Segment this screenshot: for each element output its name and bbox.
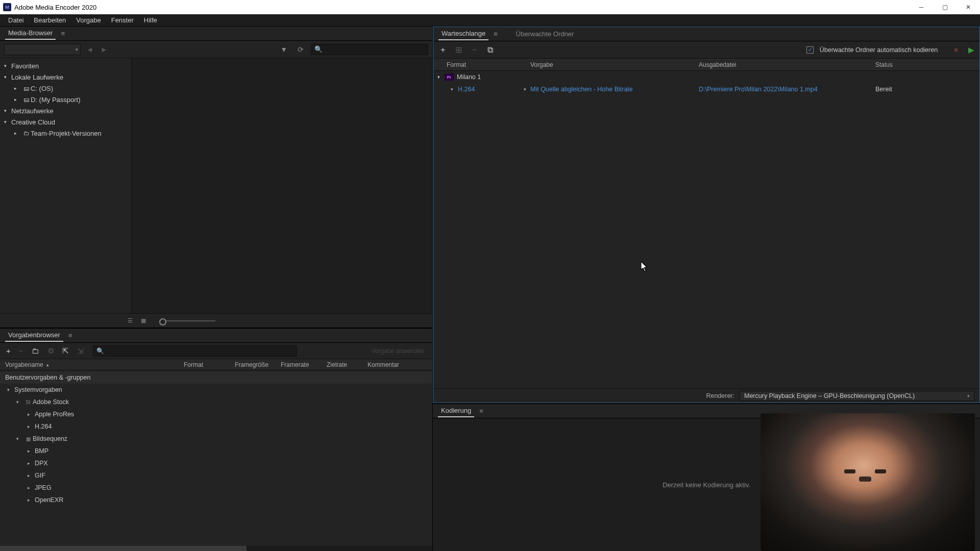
col-preset[interactable]: Vorgabe: [530, 61, 699, 68]
title-bar: M Adobe Media Encoder 2020 ─ ▢ ✕: [0, 0, 980, 14]
auto-encode-label: Überwachte Ordner automatisch kodieren: [820, 46, 938, 54]
start-queue-icon[interactable]: ▶: [968, 45, 974, 55]
col-framerate[interactable]: Framerate: [276, 361, 322, 368]
col-status[interactable]: Status: [875, 61, 979, 68]
folder-icon: 🗀: [21, 130, 31, 136]
imageseq-icon: ▦: [23, 436, 33, 442]
preset-h264[interactable]: ▸H.264: [0, 420, 432, 433]
filter-icon[interactable]: ▼: [277, 45, 290, 54]
media-search-input[interactable]: 🔍: [311, 44, 428, 55]
drive-icon: 🖴: [21, 85, 31, 91]
maximize-button[interactable]: ▢: [933, 0, 957, 14]
queue-panel: Warteschlange ≡ Überwachte Ordner + ⊞ − …: [433, 27, 980, 403]
thumbnail-size-slider[interactable]: [159, 320, 215, 321]
path-dropdown[interactable]: ▾: [4, 44, 81, 55]
renderer-select[interactable]: Mercury Playback Engine – GPU-Beschleuni…: [740, 391, 974, 401]
preset-group-system[interactable]: ▾Systemvorgaben: [0, 384, 432, 396]
menu-help[interactable]: Hilfe: [139, 15, 162, 26]
premiere-icon: Pr: [445, 73, 454, 81]
preset-jpeg[interactable]: ▸JPEG: [0, 482, 432, 494]
col-framesize[interactable]: Framegröße: [230, 361, 276, 368]
add-preset-icon[interactable]: +: [4, 346, 13, 355]
remove-preset-icon[interactable]: −: [17, 346, 26, 355]
preset-cat-adobe-stock[interactable]: ▾StAdobe Stock: [0, 396, 432, 408]
col-format[interactable]: Format: [179, 361, 230, 368]
format-dropdown-icon[interactable]: ▾: [524, 87, 526, 92]
tree-team-projects[interactable]: ▸🗀Team-Projekt-Versionen: [0, 128, 131, 139]
chevron-down-icon: ▾: [451, 87, 458, 92]
add-source-icon[interactable]: +: [438, 45, 447, 55]
webcam-overlay: [761, 413, 975, 551]
auto-encode-checkbox[interactable]: ✓: [806, 46, 814, 54]
search-icon: 🔍: [96, 347, 104, 355]
nav-forward-icon[interactable]: ►: [99, 45, 109, 54]
tree-local-drives[interactable]: ▾Lokale Laufwerke: [0, 71, 131, 83]
preset-cat-image-seq[interactable]: ▾▦Bildsequenz: [0, 433, 432, 445]
preset-search-input[interactable]: 🔍: [93, 345, 297, 357]
col-comment[interactable]: Kommentar: [362, 361, 432, 368]
preset-apple-prores[interactable]: ▸Apple ProRes: [0, 408, 432, 420]
menu-edit[interactable]: Bearbeiten: [29, 15, 71, 26]
nav-back-icon[interactable]: ◄: [85, 45, 95, 54]
thumb-view-icon[interactable]: ▦: [141, 317, 150, 324]
drive-icon: 🖴: [21, 96, 31, 103]
menu-preset[interactable]: Vorgabe: [71, 15, 106, 26]
preset-gif[interactable]: ▸GIF: [0, 469, 432, 482]
add-output-icon[interactable]: ⊞: [453, 45, 464, 55]
preset-group-user[interactable]: Benutzervorgaben & -gruppen: [0, 371, 432, 384]
media-content-area: [132, 58, 432, 313]
output-format[interactable]: H.264: [458, 86, 524, 93]
tree-drive-d[interactable]: ▸🖴D: (My Passport): [0, 94, 131, 105]
preset-browser-tab[interactable]: Vorgabenbrowser: [5, 329, 63, 342]
tree-creative-cloud[interactable]: ▾Creative Cloud: [0, 116, 131, 128]
list-view-icon[interactable]: ☰: [128, 317, 137, 324]
watch-folders-tab[interactable]: Überwachte Ordner: [513, 28, 577, 40]
preset-browser-panel: Vorgabenbrowser ≡ + − 🗀 ⚙ ⇱ ⇲ 🔍 Vorgabe …: [0, 328, 432, 551]
search-icon: 🔍: [314, 45, 323, 53]
chevron-down-icon: ▾: [437, 74, 445, 80]
output-file[interactable]: D:\Premiere Pro\Milan 2022\Milano 1.mp4: [699, 86, 875, 93]
col-preset-name[interactable]: Vorgabename▴: [0, 361, 179, 368]
stock-icon: St: [23, 399, 33, 405]
tree-drive-c[interactable]: ▸🖴C: (OS): [0, 83, 131, 94]
apply-preset-button[interactable]: Vorgabe anwenden: [368, 346, 428, 356]
minimize-button[interactable]: ─: [910, 0, 933, 14]
remove-icon[interactable]: −: [470, 45, 479, 55]
col-bitrate[interactable]: Zielrate: [322, 361, 362, 368]
media-browser-tab[interactable]: Media-Browser: [5, 27, 56, 40]
col-output[interactable]: Ausgabedatei: [699, 61, 875, 68]
duplicate-icon[interactable]: ⧉: [485, 45, 495, 55]
chevron-down-icon: ▾: [967, 393, 970, 398]
job-name: Milano 1: [457, 73, 481, 81]
encoding-idle-text: Derzeit keine Kodierung aktiv.: [663, 481, 750, 489]
menu-window[interactable]: Fenster: [106, 15, 139, 26]
output-preset[interactable]: Mit Quelle abgleichen - Hohe Bitrate: [530, 86, 699, 93]
tree-network[interactable]: ▾Netzlaufwerke: [0, 105, 131, 116]
col-format[interactable]: Format: [433, 61, 530, 68]
menu-bar: Datei Bearbeiten Vorgabe Fenster Hilfe: [0, 14, 980, 27]
preset-bmp[interactable]: ▸BMP: [0, 445, 432, 457]
media-browser-panel: Media-Browser ≡ ▾ ◄ ► ▼ ⟳ 🔍 ▾Favoriten ▾…: [0, 27, 432, 328]
app-title: Adobe Media Encoder 2020: [14, 4, 96, 11]
panel-menu-icon[interactable]: ≡: [61, 30, 65, 37]
output-status: Bereit: [875, 86, 979, 93]
panel-menu-icon[interactable]: ≡: [68, 332, 72, 339]
import-preset-icon[interactable]: ⇱: [60, 346, 71, 356]
preset-openexr[interactable]: ▸OpenEXR: [0, 494, 432, 506]
preset-dpx[interactable]: ▸DPX: [0, 457, 432, 469]
queue-output-row[interactable]: ▾ H.264 ▾ Mit Quelle abgleichen - Hohe B…: [433, 83, 979, 95]
panel-menu-icon[interactable]: ≡: [479, 407, 483, 415]
encoding-tab[interactable]: Kodierung: [438, 405, 474, 417]
stop-queue-icon[interactable]: ■: [954, 46, 958, 54]
preset-settings-icon[interactable]: ⚙: [45, 346, 56, 356]
horizontal-scrollbar[interactable]: [0, 546, 432, 551]
queue-job[interactable]: ▾ Pr Milano 1: [433, 71, 979, 83]
menu-file[interactable]: Datei: [3, 15, 29, 26]
export-preset-icon[interactable]: ⇲: [75, 346, 86, 356]
panel-menu-icon[interactable]: ≡: [494, 30, 498, 38]
tree-favorites[interactable]: ▾Favoriten: [0, 60, 131, 71]
close-button[interactable]: ✕: [957, 0, 980, 14]
ingest-icon[interactable]: ⟳: [295, 45, 307, 54]
queue-tab[interactable]: Warteschlange: [438, 28, 488, 40]
new-group-icon[interactable]: 🗀: [30, 346, 41, 355]
